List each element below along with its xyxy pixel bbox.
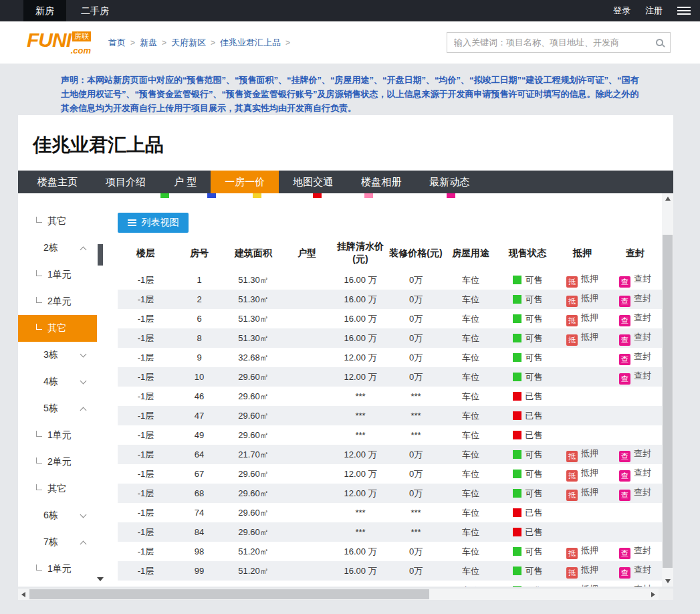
status-label: 已售 xyxy=(526,411,543,421)
column-header: 建筑面积 xyxy=(225,235,282,270)
breadcrumb-link[interactable]: 新盘 xyxy=(140,37,157,49)
sidebar-item[interactable]: 1单元 xyxy=(18,556,97,583)
table-row: -1层9851.20㎡16.00 万0万车位可售抵抵押查查封 xyxy=(118,542,662,561)
sidebar-item-label: 2栋 xyxy=(43,242,58,254)
cell-unit_type xyxy=(282,309,332,328)
status-label: 已售 xyxy=(526,430,543,440)
top-tab-new-homes[interactable]: 新房 xyxy=(23,0,66,21)
cell-floor: -1层 xyxy=(118,387,174,406)
list-view-button[interactable]: 列表视图 xyxy=(118,213,189,233)
sidebar-item[interactable]: 5栋 xyxy=(18,395,97,422)
breadcrumb-link[interactable]: 佳兆业君汇上品 xyxy=(220,37,281,49)
cell-area: 32.68㎡ xyxy=(225,348,282,367)
sidebar-item-label: 5栋 xyxy=(43,403,58,415)
vertical-scrollbar-thumb[interactable] xyxy=(663,235,673,568)
project-tab[interactable]: 最新动态 xyxy=(415,171,483,193)
status-label: 可售 xyxy=(526,469,543,479)
top-nav-tabs: 新房 二手房 xyxy=(23,0,121,21)
sidebar-scroll-down-arrow[interactable] xyxy=(97,577,104,581)
cell-usage: 车位 xyxy=(443,581,499,587)
cell-mortgage: 抵抵押 xyxy=(556,270,608,290)
register-link[interactable]: 注册 xyxy=(645,5,663,17)
cell-seal: 查查封 xyxy=(608,309,662,328)
scroll-down-arrow[interactable] xyxy=(662,576,673,587)
scroll-right-arrow[interactable] xyxy=(648,589,659,600)
cell-usage: 车位 xyxy=(443,445,499,464)
table-row: -1层1029.60㎡12.00 万0万车位可售查查封 xyxy=(118,367,662,387)
seal-badge-icon: 查 xyxy=(619,451,630,462)
cell-seal xyxy=(608,406,662,425)
cell-floor: -1层 xyxy=(118,581,174,587)
cell-room: 1 xyxy=(174,270,225,290)
status-label: 可售 xyxy=(526,585,543,587)
cell-room: 10 xyxy=(174,367,225,387)
project-tab[interactable]: 楼盘相册 xyxy=(347,171,415,193)
breadcrumb-separator: > xyxy=(130,38,135,47)
building-tree-sidebar: 其它2栋1单元2单元其它3栋4栋5栋1单元2单元其它6栋7栋1单元 xyxy=(18,193,97,587)
cell-price: 16.00 万 xyxy=(332,581,389,587)
search-icon[interactable] xyxy=(649,33,670,52)
mortgage-label: 抵押 xyxy=(581,565,598,575)
status-label: 可售 xyxy=(526,333,543,343)
sidebar-item-label: 1单元 xyxy=(47,269,72,281)
cell-unit_type xyxy=(282,348,332,367)
sidebar-item[interactable]: 6栋 xyxy=(18,502,97,529)
project-tab[interactable]: 户 型 xyxy=(160,171,211,193)
chevron-up-icon xyxy=(80,247,87,253)
sidebar-item[interactable]: 2栋 xyxy=(18,235,97,262)
menu-icon[interactable] xyxy=(677,5,691,17)
status-color-square xyxy=(513,353,521,362)
cell-decoration: 0万 xyxy=(389,328,443,348)
cell-room: 74 xyxy=(174,503,225,522)
cell-unit_type xyxy=(282,406,332,425)
cell-room: 9 xyxy=(174,348,225,367)
sidebar-item[interactable]: 1单元 xyxy=(18,422,97,449)
project-tab[interactable]: 地图交通 xyxy=(279,171,347,193)
seal-label: 查封 xyxy=(634,293,651,303)
project-tab[interactable]: 项目介绍 xyxy=(92,171,160,193)
site-logo[interactable]: FUNI 房联 .com xyxy=(27,30,91,55)
horizontal-scrollbar-thumb[interactable] xyxy=(29,589,429,599)
sidebar-item-label: 2单元 xyxy=(47,456,72,468)
project-tab[interactable]: 楼盘主页 xyxy=(23,171,92,193)
sidebar-item[interactable]: 4栋 xyxy=(18,369,97,395)
cell-seal: 查查封 xyxy=(608,290,662,309)
mortgage-badge-icon: 抵 xyxy=(566,451,578,462)
cell-unit_type xyxy=(282,503,332,522)
login-link[interactable]: 登录 xyxy=(613,5,630,17)
cell-floor: -1层 xyxy=(118,542,174,561)
column-header: 房号 xyxy=(174,235,225,270)
sidebar-item[interactable]: 其它 xyxy=(18,476,97,502)
cell-decoration: 0万 xyxy=(389,464,443,484)
sidebar-item[interactable]: 3栋 xyxy=(18,342,97,369)
sidebar-item[interactable]: 2单元 xyxy=(18,288,97,315)
seal-label: 查封 xyxy=(634,371,651,381)
seal-label: 查封 xyxy=(634,274,651,284)
cell-usage: 车位 xyxy=(443,348,499,367)
breadcrumb-link[interactable]: 首页 xyxy=(108,37,126,49)
cell-decoration: 0万 xyxy=(389,290,443,309)
cell-decoration: 0万 xyxy=(389,348,443,367)
sidebar-item[interactable]: 1单元 xyxy=(18,262,97,288)
search-input[interactable] xyxy=(447,37,649,47)
seal-badge-icon: 查 xyxy=(619,354,630,365)
project-tab[interactable]: 一房一价 xyxy=(211,171,279,193)
sidebar-item[interactable]: 2单元 xyxy=(18,449,97,476)
sidebar-item[interactable]: 其它 xyxy=(18,315,97,342)
cell-room: 99 xyxy=(174,561,225,581)
scroll-up-arrow[interactable] xyxy=(662,193,673,204)
cell-status: 可售 xyxy=(499,348,556,367)
cell-area: 29.60㎡ xyxy=(225,387,282,406)
cell-seal xyxy=(608,387,662,406)
table-row: -1层8429.60㎡******车位已售 xyxy=(118,522,662,542)
sidebar-scrollbar-thumb[interactable] xyxy=(98,244,103,266)
cell-room: 6 xyxy=(174,309,225,328)
top-tab-resale-homes[interactable]: 二手房 xyxy=(69,0,121,21)
cell-floor: -1层 xyxy=(118,309,174,328)
breadcrumb-link[interactable]: 天府新区 xyxy=(171,37,206,49)
cell-area: 29.60㎡ xyxy=(225,522,282,542)
mortgage-label: 抵押 xyxy=(581,545,598,555)
sidebar-item[interactable]: 7栋 xyxy=(18,529,97,556)
scroll-left-arrow[interactable] xyxy=(18,589,29,600)
sidebar-item[interactable]: 其它 xyxy=(18,208,97,235)
